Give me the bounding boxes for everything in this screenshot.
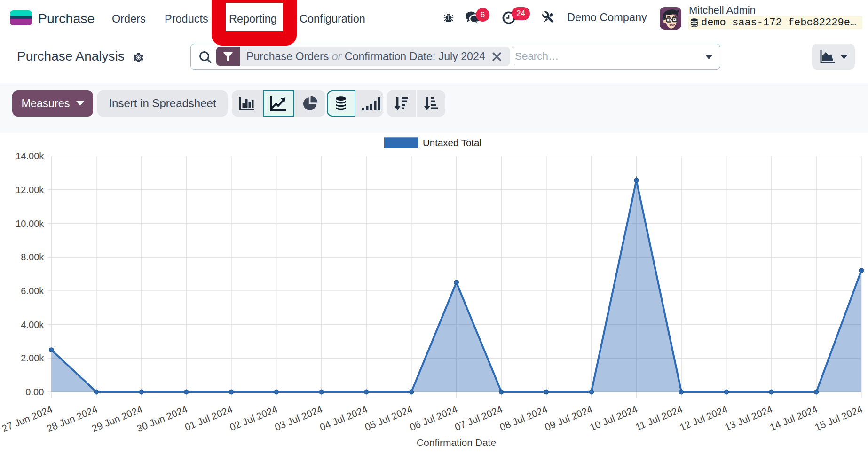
svg-text:8.00k: 8.00k bbox=[21, 252, 44, 262]
svg-text:12 Jul 2024: 12 Jul 2024 bbox=[678, 403, 729, 432]
svg-text:03 Jul 2024: 03 Jul 2024 bbox=[273, 403, 324, 432]
svg-text:05 Jul 2024: 05 Jul 2024 bbox=[363, 403, 414, 432]
svg-text:14.00k: 14.00k bbox=[16, 151, 44, 161]
svg-text:07 Jul 2024: 07 Jul 2024 bbox=[453, 403, 504, 432]
svg-text:6.00k: 6.00k bbox=[21, 286, 44, 296]
svg-text:28 Jun 2024: 28 Jun 2024 bbox=[45, 403, 99, 434]
svg-text:4.00k: 4.00k bbox=[21, 320, 44, 330]
svg-text:09 Jul 2024: 09 Jul 2024 bbox=[543, 403, 594, 432]
svg-text:29 Jun 2024: 29 Jun 2024 bbox=[90, 403, 144, 434]
svg-text:15 Jul 2024: 15 Jul 2024 bbox=[813, 403, 864, 432]
svg-text:02 Jul 2024: 02 Jul 2024 bbox=[228, 403, 279, 432]
svg-text:08 Jul 2024: 08 Jul 2024 bbox=[498, 403, 549, 432]
svg-text:11 Jul 2024: 11 Jul 2024 bbox=[634, 403, 684, 432]
svg-text:Untaxed Total: Untaxed Total bbox=[423, 137, 481, 148]
svg-text:Confirmation Date: Confirmation Date bbox=[417, 437, 496, 448]
svg-text:27 Jun 2024: 27 Jun 2024 bbox=[0, 403, 54, 434]
svg-text:2.00k: 2.00k bbox=[21, 353, 44, 363]
svg-text:0.00: 0.00 bbox=[25, 387, 44, 397]
svg-text:10 Jul 2024: 10 Jul 2024 bbox=[588, 403, 639, 432]
svg-text:10.00k: 10.00k bbox=[16, 219, 44, 229]
svg-text:13 Jul 2024: 13 Jul 2024 bbox=[723, 403, 774, 432]
svg-text:04 Jul 2024: 04 Jul 2024 bbox=[318, 403, 369, 432]
svg-text:12.00k: 12.00k bbox=[16, 185, 44, 195]
svg-text:14 Jul 2024: 14 Jul 2024 bbox=[768, 403, 819, 432]
svg-text:06 Jul 2024: 06 Jul 2024 bbox=[408, 403, 459, 432]
svg-text:30 Jun 2024: 30 Jun 2024 bbox=[135, 403, 189, 434]
svg-text:01 Jul 2024: 01 Jul 2024 bbox=[183, 403, 234, 432]
